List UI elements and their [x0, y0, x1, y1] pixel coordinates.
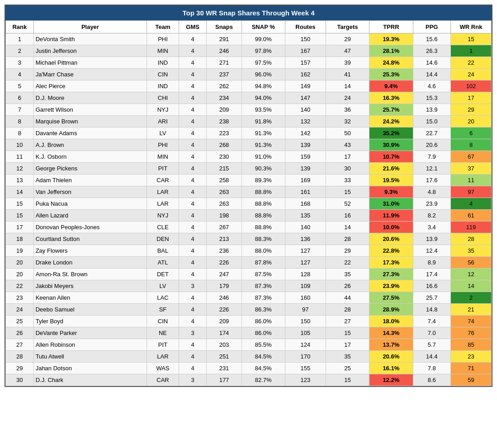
cell-7: 15: [326, 327, 369, 339]
cell-0: 26: [6, 327, 34, 339]
cell-5: 90.3%: [241, 163, 285, 174]
cell-3: 4: [179, 269, 207, 280]
cell-6: 127: [285, 257, 326, 269]
header-ppg: PPG: [413, 21, 451, 33]
cell-2: WAS: [147, 363, 179, 374]
cell-7: 50: [326, 127, 369, 139]
cell-6: 170: [285, 351, 326, 363]
cell-6: 124: [285, 339, 326, 351]
table-row: 8Marquise BrownARI423891.8%1323224.2%15.…: [6, 116, 492, 127]
cell-7: 52: [326, 198, 369, 210]
cell-2: MIN: [147, 151, 179, 163]
cell-7: 30: [326, 163, 369, 174]
cell-0: 30: [6, 374, 34, 386]
cell-9: 17.4: [413, 269, 451, 280]
cell-0: 15: [6, 210, 34, 222]
cell-10: 22: [451, 57, 492, 69]
cell-9: 13.9: [413, 233, 451, 245]
cell-4: 234: [207, 92, 241, 104]
cell-6: 161: [285, 186, 326, 198]
cell-10: 71: [451, 363, 492, 374]
cell-6: 97: [285, 304, 326, 316]
cell-9: 13.9: [413, 104, 451, 116]
cell-8: 25.3%: [369, 69, 413, 80]
cell-3: 4: [179, 351, 207, 363]
cell-4: 271: [207, 57, 241, 69]
cell-6: 132: [285, 116, 326, 127]
cell-1: Tyler Boyd: [33, 316, 147, 327]
cell-10: 1: [451, 45, 492, 57]
cell-10: 20: [451, 116, 492, 127]
cell-10: 56: [451, 257, 492, 269]
cell-10: 102: [451, 80, 492, 92]
cell-5: 91.0%: [241, 151, 285, 163]
cell-5: 91.8%: [241, 116, 285, 127]
cell-8: 23.9%: [369, 280, 413, 292]
cell-2: CAR: [147, 374, 179, 386]
cell-1: D.J. Chark: [33, 374, 147, 386]
cell-8: 21.6%: [369, 163, 413, 174]
header-snaps: Snaps: [207, 21, 241, 33]
cell-5: 87.8%: [241, 257, 285, 269]
table-row: 13Adam ThielenCAR425889.3%1693319.5%17.6…: [6, 174, 492, 186]
cell-4: 263: [207, 198, 241, 210]
cell-6: 109: [285, 280, 326, 292]
cell-0: 28: [6, 351, 34, 363]
cell-5: 84.5%: [241, 363, 285, 374]
cell-10: 21: [451, 304, 492, 316]
cell-7: 41: [326, 69, 369, 80]
cell-6: 135: [285, 210, 326, 222]
cell-1: Ja'Marr Chase: [33, 69, 147, 80]
cell-7: 27: [326, 316, 369, 327]
cell-2: ATL: [147, 257, 179, 269]
table-row: 23Keenan AllenLAC424687.3%1604427.5%25.7…: [6, 292, 492, 304]
cell-8: 14.3%: [369, 327, 413, 339]
cell-2: IND: [147, 57, 179, 69]
cell-5: 96.0%: [241, 69, 285, 80]
table-row: 14Van JeffersonLAR426388.8%161159.3%4.89…: [6, 186, 492, 198]
cell-4: 263: [207, 186, 241, 198]
table-row: 12George PickensPIT421590.3%1393021.6%12…: [6, 163, 492, 174]
cell-9: 8.2: [413, 210, 451, 222]
cell-4: 177: [207, 374, 241, 386]
table-row: 8Davante AdamsLV422391.3%1425035.2%22.76: [6, 127, 492, 139]
cell-7: 17: [326, 339, 369, 351]
cell-5: 85.5%: [241, 339, 285, 351]
cell-8: 16.3%: [369, 92, 413, 104]
cell-8: 19.3%: [369, 33, 413, 45]
cell-5: 99.0%: [241, 33, 285, 45]
cell-7: 47: [326, 45, 369, 57]
header-gms: GMS: [179, 21, 207, 33]
cell-10: 17: [451, 92, 492, 104]
cell-8: 19.5%: [369, 174, 413, 186]
cell-5: 97.5%: [241, 57, 285, 69]
cell-6: 140: [285, 104, 326, 116]
cell-1: Michael Pittman: [33, 57, 147, 69]
cell-0: 3: [6, 57, 34, 69]
cell-3: 4: [179, 186, 207, 198]
cell-5: 87.5%: [241, 269, 285, 280]
table-row: 25Tyler BoydCIN420986.0%1502718.0%7.474: [6, 316, 492, 327]
cell-1: Van Jefferson: [33, 186, 147, 198]
table-row: 18Courtland SuttonDEN421388.3%1362820.6%…: [6, 233, 492, 245]
cell-2: NE: [147, 327, 179, 339]
cell-1: DeVonta Smith: [33, 33, 147, 45]
cell-10: 85: [451, 339, 492, 351]
cell-5: 88.0%: [241, 245, 285, 257]
cell-9: 12.4: [413, 245, 451, 257]
cell-6: 140: [285, 222, 326, 233]
table-row: 20Amon-Ra St. BrownDET424787.5%1283527.3…: [6, 269, 492, 280]
cell-3: 4: [179, 257, 207, 269]
cell-6: 149: [285, 80, 326, 92]
cell-8: 28.1%: [369, 45, 413, 57]
cell-6: 123: [285, 374, 326, 386]
cell-9: 7.0: [413, 327, 451, 339]
cell-9: 7.4: [413, 316, 451, 327]
table-body: 1DeVonta SmithPHI429199.0%1502919.3%15.6…: [6, 33, 492, 386]
cell-4: 209: [207, 316, 241, 327]
cell-9: 14.8: [413, 304, 451, 316]
cell-4: 179: [207, 280, 241, 292]
cell-3: 3: [179, 280, 207, 292]
cell-8: 20.6%: [369, 351, 413, 363]
cell-1: Drake London: [33, 257, 147, 269]
